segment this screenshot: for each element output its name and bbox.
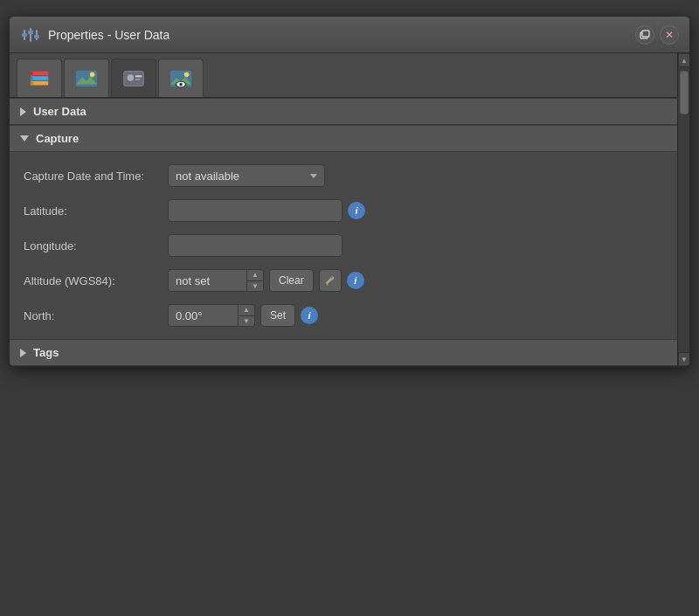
altitude-control: ▲ ▼ Clear i — [168, 269, 663, 292]
svg-rect-9 — [31, 76, 49, 80]
svg-rect-7 — [642, 31, 649, 37]
north-spin: ▲ ▼ — [168, 304, 255, 327]
longitude-input[interactable] — [168, 234, 343, 257]
capture-date-dropdown-arrow — [310, 174, 317, 178]
svg-point-28 — [180, 83, 182, 85]
svg-rect-10 — [31, 71, 49, 75]
altitude-spin-down[interactable]: ▼ — [247, 281, 263, 292]
close-button[interactable]: ✕ — [660, 25, 679, 45]
scroll-thumb[interactable] — [680, 71, 689, 114]
svg-rect-5 — [34, 35, 39, 38]
restore-button[interactable] — [635, 25, 654, 45]
north-info-icon[interactable]: i — [301, 307, 318, 324]
capture-date-label: Capture Date and Time: — [24, 170, 168, 183]
tab-view[interactable] — [158, 59, 204, 97]
title-bar: Properties - User Data ✕ — [10, 17, 689, 53]
svg-rect-21 — [135, 79, 141, 80]
svg-rect-1 — [22, 33, 27, 37]
tab-layers[interactable] — [17, 59, 62, 97]
tags-title: Tags — [33, 346, 59, 359]
svg-rect-12 — [31, 77, 33, 80]
north-label: North: — [24, 309, 168, 322]
longitude-label: Longitude: — [24, 239, 168, 253]
north-set-button[interactable]: Set — [260, 304, 295, 327]
north-spin-up[interactable]: ▲ — [239, 305, 254, 316]
altitude-spin-buttons: ▲ ▼ — [246, 269, 264, 292]
longitude-control — [168, 234, 663, 257]
section-userdata[interactable]: User Data — [10, 98, 677, 125]
altitude-spin-up[interactable]: ▲ — [247, 270, 263, 281]
north-input[interactable] — [168, 304, 238, 327]
scroll-track — [678, 67, 689, 352]
svg-rect-2 — [30, 28, 31, 42]
north-control: ▲ ▼ Set i — [168, 304, 663, 327]
userdata-title: User Data — [33, 105, 87, 118]
capture-date-dropdown[interactable]: not available — [168, 164, 325, 187]
svg-rect-11 — [31, 81, 33, 84]
svg-rect-3 — [28, 31, 33, 34]
altitude-info-icon[interactable]: i — [347, 272, 364, 289]
tab-panorama[interactable] — [64, 59, 109, 97]
section-tags[interactable]: Tags — [10, 339, 677, 366]
window-controls: ✕ — [635, 25, 679, 45]
capture-collapse-arrow — [20, 135, 29, 142]
window-icon — [20, 24, 41, 45]
svg-point-16 — [90, 72, 95, 77]
altitude-label: Altitude (WGS84): — [24, 274, 168, 287]
altitude-input[interactable] — [168, 269, 246, 292]
userdata-collapse-arrow — [20, 107, 26, 116]
latitude-row: Latitude: i — [24, 199, 663, 222]
svg-point-19 — [128, 74, 134, 80]
svg-rect-8 — [31, 80, 49, 85]
vertical-scrollbar: ▲ ▼ — [677, 53, 689, 366]
svg-point-24 — [184, 72, 190, 77]
properties-window: Properties - User Data ✕ — [9, 16, 690, 367]
capture-fields: Capture Date and Time: not available Lat… — [10, 152, 677, 339]
scroll-up-arrow[interactable]: ▲ — [678, 53, 690, 67]
section-capture[interactable]: Capture — [10, 125, 677, 152]
altitude-wrench-button[interactable] — [319, 269, 342, 292]
capture-date-value: not available — [176, 170, 239, 183]
window-title: Properties - User Data — [48, 28, 635, 42]
tab-userdata[interactable] — [111, 59, 156, 97]
latitude-info-icon[interactable]: i — [348, 202, 365, 219]
main-area: User Data Capture Capture Date and Time:… — [10, 53, 677, 366]
north-spin-buttons: ▲ ▼ — [238, 304, 255, 327]
tags-collapse-arrow — [20, 349, 26, 357]
tab-bar — [10, 53, 677, 98]
latitude-control: i — [168, 199, 663, 222]
svg-rect-20 — [135, 75, 142, 77]
capture-date-row: Capture Date and Time: not available — [24, 164, 663, 187]
latitude-input[interactable] — [168, 199, 343, 222]
north-row: North: ▲ ▼ Set i — [24, 304, 663, 327]
north-spin-down[interactable]: ▼ — [239, 316, 254, 327]
svg-rect-13 — [31, 72, 33, 74]
capture-date-control: not available — [168, 164, 663, 187]
longitude-row: Longitude: — [24, 234, 663, 257]
capture-title: Capture — [36, 132, 79, 145]
svg-rect-17 — [124, 71, 143, 86]
altitude-clear-button[interactable]: Clear — [269, 269, 314, 292]
altitude-row: Altitude (WGS84): ▲ ▼ Clear — [24, 269, 663, 292]
latitude-label: Latitude: — [24, 204, 168, 218]
window-body: User Data Capture Capture Date and Time:… — [10, 53, 689, 366]
altitude-spin: ▲ ▼ — [168, 269, 264, 292]
scroll-down-arrow[interactable]: ▼ — [678, 352, 690, 366]
